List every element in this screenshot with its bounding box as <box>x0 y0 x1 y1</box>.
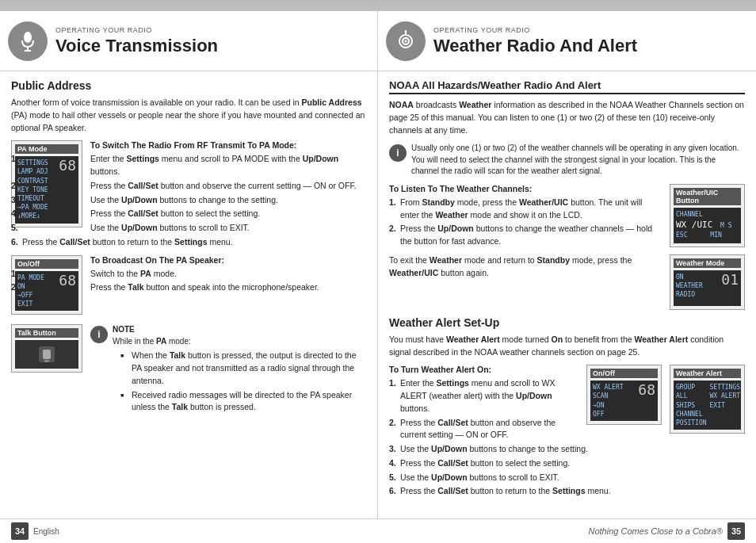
talk-screen <box>15 340 78 369</box>
weather-mode-label: Weather Mode <box>674 258 741 268</box>
talk-button-img <box>35 342 59 366</box>
operating-label-left: Operating Your Radio <box>55 26 218 34</box>
voice-transmission-title: Voice Transmission <box>55 36 218 56</box>
wx-uic-section: Weather/UIC Button CHANNEL WX /UIC M S E… <box>389 184 745 254</box>
noaa-section-title: NOAA All Hazards/Weather Radio And Alert <box>389 79 745 94</box>
alert-step-2: 2.Press the Call/Set button and observe … <box>389 417 745 442</box>
note-icon: i <box>90 326 108 343</box>
footer-right-page: 35 <box>727 522 745 540</box>
talk-section: Talk Button i NOTE While in the PA mode: <box>11 324 366 425</box>
alert-step-4: 4.Press the Call/Set button to select th… <box>389 457 745 470</box>
step-2: 2.Press the Call/Set button and observe … <box>11 180 366 193</box>
alert-section-title: Weather Alert Set-Up <box>389 316 745 329</box>
footer-english-label: English <box>33 527 59 536</box>
header-left-labels: Operating Your Radio Voice Transmission <box>55 26 218 56</box>
right-note-box: i Usually only one (1) or two (2) of the… <box>389 143 745 178</box>
operating-label-right: Operating Your Radio <box>433 26 637 34</box>
svg-rect-8 <box>43 350 51 359</box>
switch-steps: 1.Enter the Settings menu and scroll to … <box>11 153 366 248</box>
alert-step-5: 5.Use the Up/Down buttons to scroll to E… <box>389 472 745 484</box>
alert-step-3: 3.Use the Up/Down buttons to change to t… <box>389 443 745 456</box>
weather-radio-icon <box>386 21 426 61</box>
svg-rect-9 <box>44 360 49 362</box>
weather-mode-screen: 01 ONWEATHERRADIO <box>674 270 741 306</box>
voice-transmission-icon <box>8 21 48 61</box>
pa-mode-section: PA Mode 68 SETTINGSLAMP ADJCONTRASTKEY T… <box>11 140 366 254</box>
header-right: Operating Your Radio Weather Radio And A… <box>378 11 756 71</box>
weather-radio-title: Weather Radio And Alert <box>433 36 637 56</box>
step-3: 3.Use the Up/Down buttons to change to t… <box>11 194 366 207</box>
talk-device: Talk Button <box>11 324 82 373</box>
footer-tagline: Nothing Comes Close to a Cobra® <box>588 526 723 536</box>
right-note-content: Usually only one (1) or two (2) of the w… <box>411 143 745 178</box>
note-content: NOTE While in the PA mode: When the Talk… <box>113 324 366 419</box>
weather-mode-num: 01 <box>721 273 739 287</box>
footer-right: Nothing Comes Close to a Cobra® 35 <box>588 522 745 540</box>
alert-intro: You must have Weather Alert mode turned … <box>389 334 745 359</box>
svg-point-5 <box>405 40 407 42</box>
noaa-intro: NOAA broadcasts Weather information as d… <box>389 99 745 136</box>
header-right-labels: Operating Your Radio Weather Radio And A… <box>433 26 637 56</box>
note-bullet-1: When the Talk button is pressed, the out… <box>120 350 366 387</box>
onoff-section: On/Off 68 PA MODEON→OFFEXIT To Broadcast… <box>11 255 366 322</box>
footer-left-page: 34 <box>11 522 29 540</box>
antenna-icon <box>394 29 418 53</box>
note-box: i NOTE While in the PA mode: When the Ta… <box>90 324 366 419</box>
footer: 34 English Nothing Comes Close to a Cobr… <box>0 518 756 543</box>
broadcast-step-1: 1.Switch to the PA mode. <box>11 268 366 281</box>
weather-mode-device: Weather Mode 01 ONWEATHERRADIO <box>670 254 745 310</box>
turn-on-steps: 1.Enter the Settings menu and scroll to … <box>389 377 745 498</box>
note-bullets: When the Talk button is pressed, the out… <box>113 350 366 414</box>
alert-step-1: 1.Enter the Settings menu and scroll to … <box>389 377 745 415</box>
right-column: NOAA All Hazards/Weather Radio And Alert… <box>378 71 756 518</box>
public-address-title: Public Address <box>11 79 366 92</box>
step-4: 4.Press the Call/Set button to select th… <box>11 208 366 220</box>
alert-step-6: 6.Press the Call/Set button to return to… <box>389 485 745 498</box>
footer-left: 34 English <box>11 522 59 540</box>
talk-label: Talk Button <box>15 328 78 338</box>
listen-step-1: 1.From Standby mode, press the Weather/U… <box>389 197 745 222</box>
left-column: Public Address Another form of voice tra… <box>0 71 378 518</box>
step-1: 1.Enter the Settings menu and scroll to … <box>11 153 366 178</box>
weather-mode-section: Weather Mode 01 ONWEATHERRADIO To exit t… <box>389 254 745 316</box>
header-left: Operating Your Radio Voice Transmission <box>0 11 378 71</box>
step-6: 6.Press the Call/Set button to return to… <box>11 236 366 249</box>
right-note-icon: i <box>389 144 407 162</box>
microphone-icon <box>16 29 40 53</box>
header: Operating Your Radio Voice Transmission … <box>0 11 756 71</box>
public-address-intro: Another form of voice transmission is av… <box>11 97 366 134</box>
broadcast-step-2: 2.Press the Talk button and speak into t… <box>11 281 366 294</box>
main-content: Public Address Another form of voice tra… <box>0 71 756 518</box>
svg-point-0 <box>24 32 32 43</box>
note-bullet-2: Received radio messages will be directed… <box>120 389 366 415</box>
weather-alert-section: Weather Alert GROUPALL SHIPSCHANNELPOSIT… <box>389 365 745 504</box>
listen-step-2: 2.Press the Up/Down buttons to change th… <box>389 223 745 248</box>
step-5: 5.Use the Up/Down buttons to scroll to E… <box>11 222 366 235</box>
